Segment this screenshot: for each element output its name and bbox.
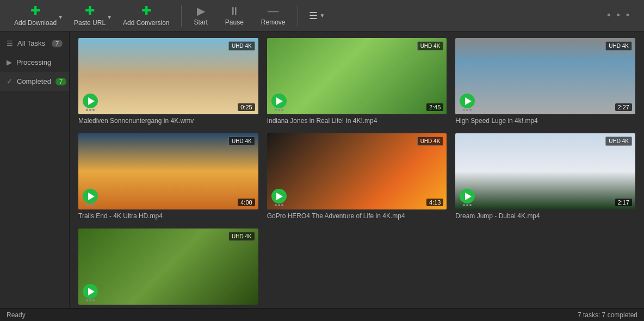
video-card-5[interactable]: UHD 4K 4:13 GoPro HERO4 The Adventure of… [267,133,447,220]
play-dots-1 [86,109,95,111]
sidebar-item-processing[interactable]: ▶ Processing [0,53,69,72]
menu-icon: ☰ [309,10,318,22]
video-duration-6: 2:17 [615,199,632,206]
video-title-2: Indiana Jones in Real Life! In 4K!.mp4 [267,117,447,125]
play-triangle-6 [465,193,472,200]
video-title-6: Dream Jump - Dubai 4K.mp4 [455,212,635,220]
statusbar: Ready 7 tasks: 7 completed [0,308,644,321]
pause-button[interactable]: ⏸ Pause [216,2,252,29]
uhd-badge-5: UHD 4K [417,137,444,146]
remove-icon: — [268,5,278,16]
sidebar-processing-label: Processing [16,58,51,66]
play-triangle-1 [88,97,95,105]
video-duration-5: 4:13 [426,199,443,206]
completed-badge: 7 [55,78,66,85]
all-tasks-badge: 7 [52,40,63,47]
start-label: Start [194,18,207,26]
sidebar-item-all-tasks[interactable]: ☰ All Tasks 7 [0,34,69,53]
sidebar-all-tasks-label: All Tasks [17,39,45,47]
remove-button[interactable]: — Remove [252,2,294,29]
plus-icon-3: ✚ [141,5,151,17]
play-triangle-2 [276,97,283,105]
video-card-6[interactable]: UHD 4K 2:17 Dream Jump - Dubai 4K.mp4 [455,133,635,220]
statusbar-ready: Ready [7,311,26,319]
plus-icon: ✚ [30,5,40,17]
play-triangle-7 [88,288,95,295]
play-triangle-3 [465,97,472,105]
video-card-4[interactable]: UHD 4K 4:00 Trails End - 4K Ultra HD.mp4 [78,133,258,220]
uhd-badge-4: UHD 4K [228,137,255,146]
video-thumb-4: UHD 4K 4:00 [78,133,258,209]
video-title-4: Trails End - 4K Ultra HD.mp4 [78,212,258,220]
paste-url-button[interactable]: ✚ Paste URL ▼ [65,2,114,30]
video-grid: UHD 4K 0:25 Malediven Sonnenuntergang in… [70,32,644,308]
play-overlay-4 [82,189,99,206]
play-circle-7 [83,284,98,299]
video-title-5: GoPro HERO4 The Adventure of Life in 4K.… [267,212,447,220]
play-circle-5 [271,189,287,203]
video-card-2[interactable]: UHD 4K 2:45 Indiana Jones in Real Life! … [267,38,447,125]
list-icon: ☰ [7,39,13,47]
video-thumb-2: UHD 4K 2:45 [267,38,447,114]
play-icon: ▶ [7,58,12,66]
play-dots-7 [86,299,95,301]
start-button[interactable]: ▶ Start [185,2,216,29]
remove-label: Remove [261,18,286,26]
uhd-badge-6: UHD 4K [605,137,632,146]
video-card-3[interactable]: UHD 4K 2:27 High Speed Luge in 4k!.mp4 [455,38,635,125]
add-conversion-button[interactable]: ✚ Add Conversion [114,2,178,30]
play-circle-3 [460,94,475,108]
video-card-1[interactable]: UHD 4K 0:25 Malediven Sonnenuntergang in… [78,38,258,125]
toolbar: ✚ Add Download ▼ ✚ Paste URL ▼ ✚ Add Con… [0,0,644,32]
video-title-1: Malediven Sonnenuntergang in 4K.wmv [78,117,258,125]
play-overlay-1 [82,94,99,111]
check-icon: ✓ [7,77,13,85]
play-dots-4 [86,204,95,206]
plus-icon-2: ✚ [85,5,95,17]
video-duration-1: 0:25 [238,103,255,111]
video-title-3: High Speed Luge in 4k!.mp4 [455,117,635,125]
divider-1 [181,5,182,27]
play-dots-2 [275,109,283,111]
video-thumb-5: UHD 4K 4:13 [267,133,447,209]
play-dots-3 [463,109,472,111]
add-conversion-label: Add Conversion [123,19,169,27]
dropdown-arrow-icon-2: ▼ [107,14,112,20]
video-duration-3: 2:27 [615,103,632,111]
video-thumb-1: UHD 4K 0:25 [78,38,258,114]
play-triangle-5 [276,193,283,200]
sidebar-item-completed[interactable]: ✓ Completed 7 [0,72,69,91]
play-dots-5 [275,204,283,206]
sidebar: ☰ All Tasks 7 ▶ Processing ✓ Completed 7 [0,32,70,308]
play-dots-6 [463,204,472,206]
video-thumb-6: UHD 4K 2:17 [455,133,635,209]
menu-arrow: ▼ [320,13,325,18]
play-overlay-5 [270,189,288,206]
play-circle-2 [271,94,287,108]
pause-icon: ⏸ [229,5,240,16]
video-thumb-3: UHD 4K 2:27 [455,38,635,114]
add-download-button[interactable]: ✚ Add Download ▼ [5,2,65,30]
start-icon: ▶ [197,5,205,16]
play-circle-1 [83,94,98,108]
more-options-button[interactable]: • • • [599,7,639,24]
video-card-7[interactable]: UHD 4K Bird 4K.mp4 [78,229,258,308]
play-circle-6 [460,189,475,203]
dropdown-arrow-icon: ▼ [58,14,63,20]
main-container: ☰ All Tasks 7 ▶ Processing ✓ Completed 7… [0,32,644,308]
play-circle-4 [83,189,98,203]
menu-button[interactable]: ☰ ▼ [301,7,333,25]
pause-label: Pause [225,18,244,26]
uhd-badge-1: UHD 4K [228,41,255,51]
play-triangle-4 [88,193,95,200]
play-overlay-3 [459,94,476,111]
divider-2 [298,5,298,27]
statusbar-tasks: 7 tasks: 7 completed [578,311,637,319]
add-download-label: Add Download [14,19,57,27]
video-thumb-7: UHD 4K [78,229,258,305]
play-overlay-7 [82,284,99,301]
uhd-badge-7: UHD 4K [228,232,255,241]
uhd-badge-2: UHD 4K [417,41,444,51]
paste-url-label: Paste URL [74,19,106,27]
sidebar-completed-label: Completed [17,77,51,85]
